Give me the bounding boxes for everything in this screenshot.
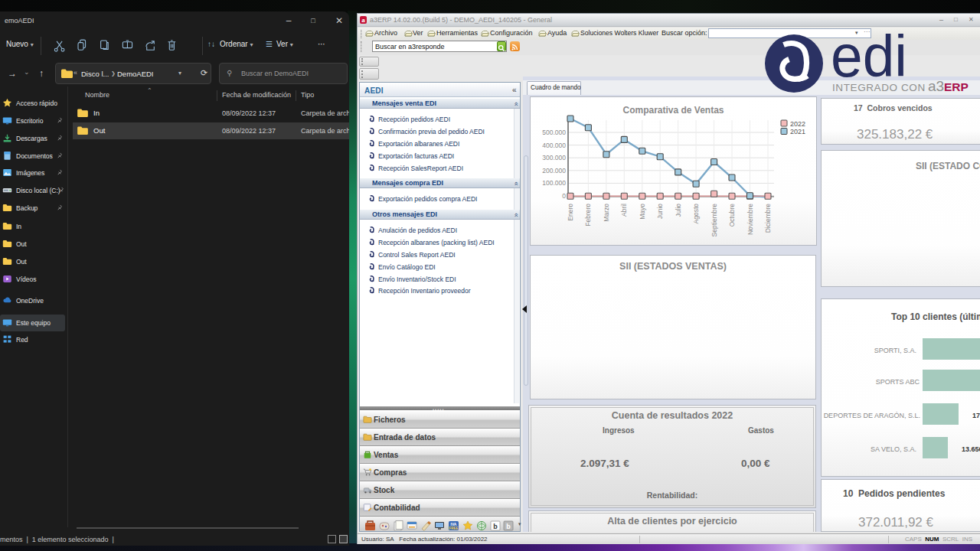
- svg-text:0: 0: [562, 192, 566, 200]
- svg-text:400.000: 400.000: [542, 142, 566, 149]
- svg-text:b: b: [506, 523, 511, 530]
- svg-text:Mayo: Mayo: [639, 204, 646, 220]
- svg-text:Marzo: Marzo: [603, 204, 610, 222]
- svg-text:2022: 2022: [790, 120, 805, 128]
- svg-text:200.000: 200.000: [542, 167, 566, 174]
- svg-text:100.000: 100.000: [542, 179, 566, 187]
- svg-text:a3: a3: [928, 78, 944, 93]
- svg-text:INTEGRADO CON: INTEGRADO CON: [832, 82, 926, 93]
- svg-text:FREE: FREE: [449, 527, 458, 530]
- svg-text:ERP: ERP: [944, 80, 969, 93]
- svg-text:Agosto: Agosto: [692, 204, 700, 224]
- svg-text:2021: 2021: [790, 128, 805, 135]
- svg-text:500.000: 500.000: [542, 129, 566, 136]
- svg-text:edi: edi: [831, 34, 907, 89]
- svg-text:Julio: Julio: [675, 204, 682, 217]
- svg-text:Noviembre: Noviembre: [746, 204, 754, 235]
- svg-text:300.000: 300.000: [542, 154, 566, 161]
- svg-text:Abril: Abril: [620, 204, 628, 217]
- svg-text:Junio: Junio: [656, 204, 664, 220]
- svg-text:Enero: Enero: [567, 204, 574, 221]
- svg-text:Octubre: Octubre: [728, 204, 736, 227]
- svg-text:Diciembre: Diciembre: [764, 204, 772, 233]
- svg-text:b: b: [493, 523, 498, 530]
- svg-text:Septiembre: Septiembre: [710, 204, 718, 237]
- svg-text:Febrero: Febrero: [584, 204, 592, 227]
